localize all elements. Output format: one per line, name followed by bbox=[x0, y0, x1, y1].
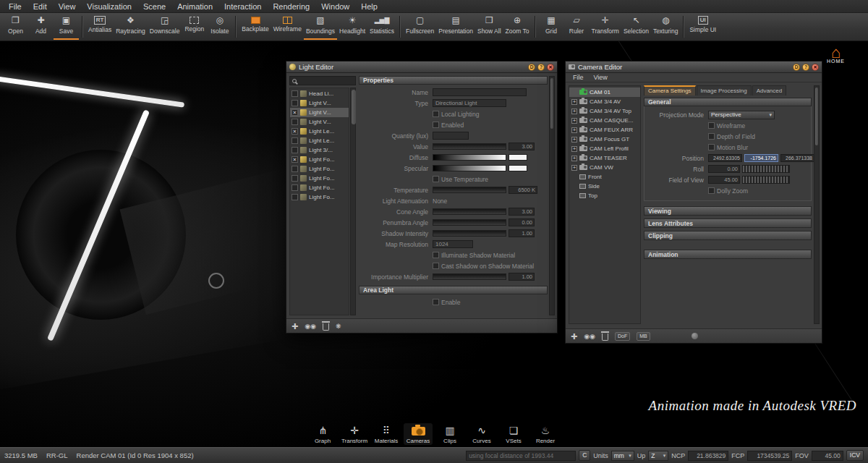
ruler-button[interactable]: ▱ Ruler bbox=[564, 14, 590, 40]
camera-tree-item[interactable]: CAM VW bbox=[569, 163, 640, 172]
create-camera-button[interactable]: ✚ bbox=[571, 332, 577, 341]
position-x-field[interactable]: 2492.63305 bbox=[708, 154, 742, 162]
dock-materials[interactable]: ⠿ Materials bbox=[372, 423, 401, 445]
tab-advanced[interactable]: Advanced bbox=[752, 85, 787, 95]
isolate-button[interactable]: ◎ Isolate bbox=[207, 14, 232, 40]
value-field[interactable]: 3.00 bbox=[509, 143, 535, 150]
clipping-section-header[interactable]: Clipping bbox=[644, 231, 812, 240]
quantity-field[interactable] bbox=[433, 132, 469, 140]
scrollbar-thumb[interactable] bbox=[550, 78, 553, 129]
expand-icon[interactable] bbox=[571, 127, 577, 133]
fullscreen-button[interactable]: ▢ Fullscreen bbox=[404, 14, 436, 40]
camera-tree-item[interactable]: CAM 3/4 AV Top bbox=[569, 106, 640, 116]
camera-tree-item[interactable]: CAM Focus GT bbox=[569, 135, 640, 144]
light-list-item[interactable]: Light V... bbox=[290, 98, 349, 108]
raytracing-button[interactable]: ❖ Raytracing bbox=[114, 14, 148, 40]
light-list-item[interactable]: Light 3/... bbox=[290, 145, 349, 155]
camera-panel-scrollbar[interactable] bbox=[814, 85, 820, 324]
scrollbar-thumb[interactable] bbox=[352, 90, 356, 124]
properties-section-header[interactable]: Properties bbox=[359, 76, 548, 85]
motion-blur-toggle-button[interactable]: MB bbox=[637, 332, 650, 341]
cast-shadow-checkbox[interactable] bbox=[433, 263, 439, 269]
close-button[interactable]: ✕ bbox=[812, 64, 819, 71]
menu-rendering[interactable]: Rendering bbox=[267, 0, 315, 13]
enabled-checkbox[interactable] bbox=[433, 122, 439, 128]
light-list-item[interactable]: Light Le... bbox=[290, 136, 349, 145]
camera-menu-view[interactable]: View bbox=[589, 74, 613, 81]
cone-angle-field[interactable]: 3.00 bbox=[509, 208, 535, 216]
boundings-button[interactable]: ▧ Boundings bbox=[304, 14, 337, 40]
animation-section-header[interactable]: Animation bbox=[644, 250, 812, 259]
camera-tree-item[interactable]: CAM CASQUE... bbox=[569, 116, 640, 125]
diffuse-gradient-slider[interactable] bbox=[433, 154, 506, 161]
camera-tree-item[interactable]: CAM FEUX ARR bbox=[569, 125, 640, 135]
selection-button[interactable]: ↖ Selection bbox=[621, 14, 651, 40]
light-enabled-checkbox[interactable] bbox=[292, 147, 298, 153]
help-button[interactable]: ? bbox=[537, 64, 545, 71]
dock-render[interactable]: ♨ Render bbox=[531, 423, 560, 445]
viewing-section-header[interactable]: Viewing bbox=[644, 206, 812, 216]
fcp-field[interactable]: 1734539.25 bbox=[747, 451, 792, 461]
light-list-item[interactable]: Head Li... bbox=[290, 89, 349, 98]
menu-file[interactable]: File bbox=[3, 0, 27, 13]
field-of-view-field[interactable]: 45.00 bbox=[708, 176, 740, 184]
tab-camera-settings[interactable]: Camera Settings bbox=[644, 85, 696, 95]
use-temperature-checkbox[interactable] bbox=[433, 176, 439, 182]
expand-icon[interactable] bbox=[571, 99, 577, 105]
light-enabled-checkbox[interactable] bbox=[292, 166, 298, 172]
menu-help[interactable]: Help bbox=[355, 0, 383, 13]
viewpoint-tree-item[interactable]: Top bbox=[569, 191, 640, 200]
light-enabled-checkbox[interactable] bbox=[292, 184, 298, 191]
local-lighting-checkbox[interactable] bbox=[433, 111, 439, 117]
light-list-item[interactable]: Light Fo... bbox=[290, 164, 349, 174]
light-list-item[interactable]: Light Fo... bbox=[290, 192, 349, 202]
value-slider[interactable] bbox=[433, 143, 506, 150]
camera-menu-file[interactable]: File bbox=[568, 74, 589, 81]
roll-dial[interactable] bbox=[742, 165, 790, 173]
position-z-field[interactable]: 266.371338 bbox=[780, 154, 814, 162]
duplicate-camera-button[interactable]: ◉◉ bbox=[584, 332, 595, 341]
lens-attributes-section-header[interactable]: Lens Attributes bbox=[644, 218, 812, 228]
add-button[interactable]: ✚ Add bbox=[28, 14, 54, 40]
importance-slider[interactable] bbox=[433, 273, 506, 280]
expand-icon[interactable] bbox=[571, 109, 577, 114]
light-enabled-checkbox[interactable] bbox=[292, 137, 298, 144]
dock-cameras[interactable]: Cameras bbox=[404, 423, 433, 445]
backplate-button[interactable]: Backplate bbox=[239, 14, 271, 40]
expand-icon[interactable] bbox=[571, 118, 577, 124]
camera-state-button[interactable] bbox=[692, 333, 698, 339]
shadow-intensity-field[interactable]: 1.00 bbox=[509, 229, 535, 237]
zoom-to-button[interactable]: ⊕ Zoom To bbox=[503, 14, 532, 40]
focal-distance-field[interactable]: using focal distance of 1993.44 bbox=[466, 451, 576, 461]
light-list-item[interactable]: Light V... bbox=[290, 117, 349, 127]
menu-edit[interactable]: Edit bbox=[27, 0, 53, 13]
duplicate-light-button[interactable]: ◉◉ bbox=[305, 322, 316, 331]
dof-toggle-button[interactable]: DoF bbox=[615, 332, 630, 341]
create-light-button[interactable]: ✚ bbox=[292, 322, 298, 331]
motion-blur-checkbox[interactable] bbox=[708, 144, 715, 150]
menu-interaction[interactable]: Interaction bbox=[218, 0, 267, 13]
viewpoint-tree-item[interactable]: Side bbox=[569, 182, 640, 191]
light-enabled-checkbox[interactable] bbox=[292, 194, 298, 200]
name-field[interactable] bbox=[433, 88, 527, 96]
light-search-box[interactable] bbox=[289, 76, 356, 85]
detach-window-button[interactable]: D bbox=[793, 64, 800, 71]
camera-tree-item-selected[interactable]: CAM 01 bbox=[569, 88, 640, 97]
light-list-item[interactable]: Light Fo... bbox=[290, 155, 349, 164]
type-field[interactable]: Directional Light bbox=[433, 99, 506, 107]
delete-camera-button[interactable] bbox=[602, 334, 608, 341]
light-enabled-checkbox[interactable] bbox=[292, 156, 298, 163]
area-enable-checkbox[interactable] bbox=[433, 299, 439, 305]
show-all-button[interactable]: ❒ Show All bbox=[475, 14, 503, 40]
camera-tree-item[interactable]: CAM TEASER bbox=[569, 153, 640, 163]
open-button[interactable]: ❐ Open bbox=[3, 14, 28, 40]
expand-icon[interactable] bbox=[571, 165, 577, 171]
dock-transform[interactable]: ✛ Transform bbox=[340, 423, 369, 445]
map-resolution-field[interactable]: 1024 bbox=[433, 240, 473, 248]
region-button[interactable]: Region bbox=[182, 14, 207, 40]
downscale-button[interactable]: ◲ Downscale bbox=[148, 14, 182, 40]
light-settings-button[interactable]: ❋ bbox=[336, 322, 341, 331]
dock-curves[interactable]: ∿ Curves bbox=[467, 423, 496, 445]
fov-field[interactable]: 45.00 bbox=[812, 451, 843, 461]
light-list-item[interactable]: Light Fo... bbox=[290, 183, 349, 192]
